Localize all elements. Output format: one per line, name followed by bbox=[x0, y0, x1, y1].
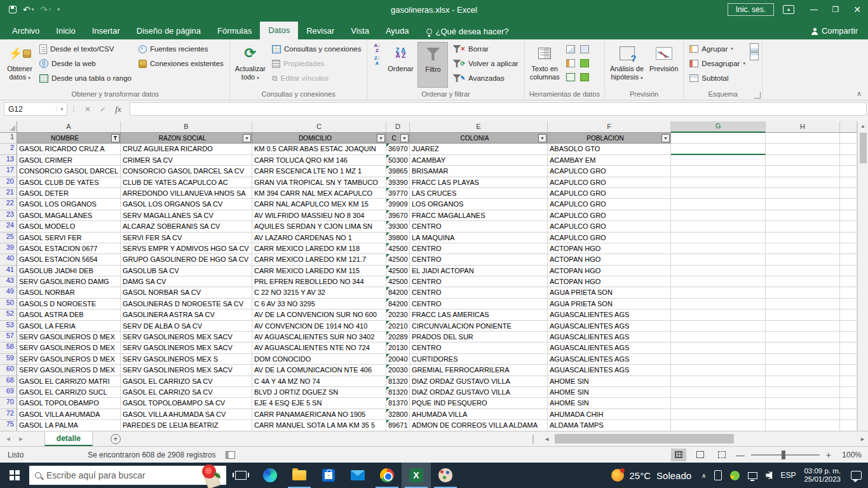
cell[interactable]: AHOME SIN bbox=[548, 398, 671, 409]
collapse-ribbon-icon[interactable]: ∧ bbox=[857, 90, 862, 98]
row-header-41[interactable]: 41 bbox=[0, 266, 17, 276]
page-break-view-button[interactable] bbox=[714, 449, 729, 461]
from-table-range-button[interactable]: Desde una tabla o rango bbox=[37, 71, 134, 85]
column-header-F[interactable]: F bbox=[548, 121, 671, 133]
cell[interactable]: AV AGUASCALIENTES NTE NO 724 bbox=[252, 342, 386, 353]
tab-fórmulas[interactable]: Fórmulas bbox=[209, 23, 260, 39]
cell[interactable]: AQUILES SERDAN Y CJON LIMA SN bbox=[252, 221, 386, 232]
edge-button[interactable] bbox=[255, 463, 285, 488]
cell[interactable]: FRACC LAS AMERICAS bbox=[410, 309, 548, 320]
cell[interactable] bbox=[671, 243, 766, 254]
cell[interactable] bbox=[671, 332, 766, 342]
cell[interactable]: GASOL EL CARRIZO SA CV bbox=[121, 387, 252, 398]
row-header-68[interactable]: 68 bbox=[0, 376, 17, 387]
get-data-button[interactable]: ⚡ Obtenerdatos ▾ bbox=[4, 42, 35, 88]
name-box[interactable]: G12 ▾ bbox=[4, 102, 67, 116]
cell[interactable]: LOS ORGANOS bbox=[410, 199, 548, 210]
cell[interactable]: 42500 bbox=[386, 266, 410, 276]
cell[interactable] bbox=[766, 166, 840, 177]
cell[interactable] bbox=[840, 254, 857, 265]
column-header-A[interactable]: A bbox=[17, 121, 121, 133]
cell[interactable] bbox=[671, 321, 766, 332]
cell[interactable]: 42500 bbox=[386, 254, 410, 265]
cell[interactable]: KM 394 CARR NAL MEX ACAPULCO bbox=[252, 188, 386, 199]
tab-diseño-de-página[interactable]: Diseño de página bbox=[128, 23, 209, 39]
taskbar-search-input[interactable]: Escribe aquí para buscar bbox=[29, 466, 226, 485]
cell[interactable]: CARR MANUEL SOTA LA MA KM 35 5 bbox=[252, 420, 386, 431]
antivirus-shield-icon[interactable] bbox=[730, 471, 740, 480]
row-header-21[interactable]: 21 bbox=[0, 188, 17, 199]
cell[interactable] bbox=[671, 210, 766, 221]
row-header-24[interactable]: 24 bbox=[0, 221, 17, 232]
cell[interactable]: PRADOS DEL SUR bbox=[410, 332, 548, 342]
row-header-53[interactable]: 53 bbox=[0, 321, 17, 332]
tray-expand-icon[interactable]: ∧ bbox=[702, 472, 706, 479]
cell[interactable]: SERV GASOLINEROS D MEX bbox=[17, 365, 121, 376]
cell[interactable]: GASOL SERVI FER bbox=[17, 233, 121, 243]
cell[interactable]: GASOL EL CARRIZO SA CV bbox=[121, 376, 252, 387]
cell[interactable] bbox=[840, 409, 857, 420]
column-header-C[interactable]: C bbox=[252, 121, 386, 133]
filter-header-C[interactable]: C▼ bbox=[386, 133, 410, 144]
cell[interactable]: CIRCUNVALACION PONIENTE bbox=[410, 321, 548, 332]
cell[interactable] bbox=[766, 299, 840, 309]
cell[interactable]: FRACC MAGALLANES bbox=[410, 210, 548, 221]
cell[interactable]: GASOL EL CARRIZO MATRI bbox=[17, 376, 121, 387]
cell[interactable] bbox=[766, 276, 840, 287]
cell[interactable] bbox=[671, 309, 766, 320]
cell[interactable]: GASOL TOPOLOBAMPO SA CV bbox=[121, 398, 252, 409]
empty-header-cell[interactable] bbox=[766, 133, 840, 144]
cell[interactable]: GASOL LOS ORGANOS SA CV bbox=[121, 199, 252, 210]
cell[interactable]: EJE 4 ESQ EJE 5 SN bbox=[252, 398, 386, 409]
row-header-58[interactable]: 58 bbox=[0, 342, 17, 353]
cell[interactable]: AGUA PRIETA SON bbox=[548, 287, 671, 298]
cell[interactable]: SERV GASOLINEROS MEX SACV bbox=[121, 365, 252, 376]
row-header-75[interactable]: 75 bbox=[0, 420, 17, 431]
row-header-39[interactable]: 39 bbox=[0, 243, 17, 254]
row-header-50[interactable]: 50 bbox=[0, 299, 17, 309]
cell[interactable]: CARR MEXICO LAREDO KM 118 bbox=[252, 243, 386, 254]
filter-button[interactable]: Filtro bbox=[417, 42, 448, 88]
cell[interactable]: SERV MAGALLANES SA CV bbox=[121, 210, 252, 221]
cell[interactable] bbox=[840, 354, 857, 365]
cell[interactable]: AV DE LA CONVENCION SUR NO 600 bbox=[252, 309, 386, 320]
cell[interactable]: AGUASCALIENTES AGS bbox=[548, 321, 671, 332]
row-header-22[interactable]: 22 bbox=[0, 199, 17, 210]
cell[interactable]: ACAPULCO GRO bbox=[548, 166, 671, 177]
clock[interactable]: 03:09 p. m. 25/01/2023 bbox=[804, 467, 841, 484]
cell[interactable]: AV WILFRIDO MASSIEU NO 8 304 bbox=[252, 210, 386, 221]
row-header-2[interactable]: 2 bbox=[0, 144, 17, 154]
hide-detail-icon[interactable] bbox=[750, 52, 759, 60]
row-header-1[interactable]: 1 bbox=[0, 133, 17, 144]
cell[interactable]: SERV GASOLINEROS D MEX bbox=[17, 342, 121, 353]
row-header-17[interactable]: 17 bbox=[0, 166, 17, 177]
cell[interactable]: GASOLINERA ASTRA SA CV bbox=[121, 309, 252, 320]
cell[interactable]: ACAPULCO GRO bbox=[548, 210, 671, 221]
scroll-left-icon[interactable]: ◄ bbox=[541, 436, 552, 442]
cell[interactable]: CENTRO bbox=[410, 243, 548, 254]
undo-button[interactable]: ↶▾ bbox=[23, 4, 34, 15]
row-header-49[interactable]: 49 bbox=[0, 287, 17, 298]
cell[interactable] bbox=[766, 243, 840, 254]
cell[interactable]: GASOL NORBAR SA CV bbox=[121, 287, 252, 298]
cell[interactable] bbox=[840, 243, 857, 254]
cell[interactable] bbox=[766, 155, 840, 166]
cell[interactable] bbox=[840, 266, 857, 276]
cell[interactable]: 20210 bbox=[386, 321, 410, 332]
data-model-icon[interactable] bbox=[580, 73, 589, 81]
network-icon[interactable] bbox=[748, 472, 757, 479]
cell[interactable] bbox=[766, 409, 840, 420]
forecast-sheet-button[interactable]: Previsión bbox=[648, 42, 680, 88]
cell[interactable]: ACAPULCO GRO bbox=[548, 233, 671, 243]
cell[interactable]: 20130 bbox=[386, 342, 410, 353]
filter-header-NOMBRE[interactable]: NOMBRE bbox=[17, 133, 121, 144]
empty-header-cell[interactable] bbox=[671, 133, 766, 144]
cell[interactable]: PAREDES DE LEIJA BEATRIZ bbox=[121, 420, 252, 431]
cell[interactable]: ADMON DE CORREOS VILLA ALDAMA bbox=[410, 420, 548, 431]
cell[interactable]: GASOL CLUB DE YATES bbox=[17, 177, 121, 188]
cell[interactable]: CONSORCIO GASOL DARCEL bbox=[17, 166, 121, 177]
cell[interactable]: CENTRO bbox=[410, 276, 548, 287]
cell[interactable]: GASOLS D NOROESTE bbox=[17, 299, 121, 309]
cell[interactable]: AHOME SIN bbox=[548, 376, 671, 387]
cell[interactable]: BRISAMAR bbox=[410, 166, 548, 177]
